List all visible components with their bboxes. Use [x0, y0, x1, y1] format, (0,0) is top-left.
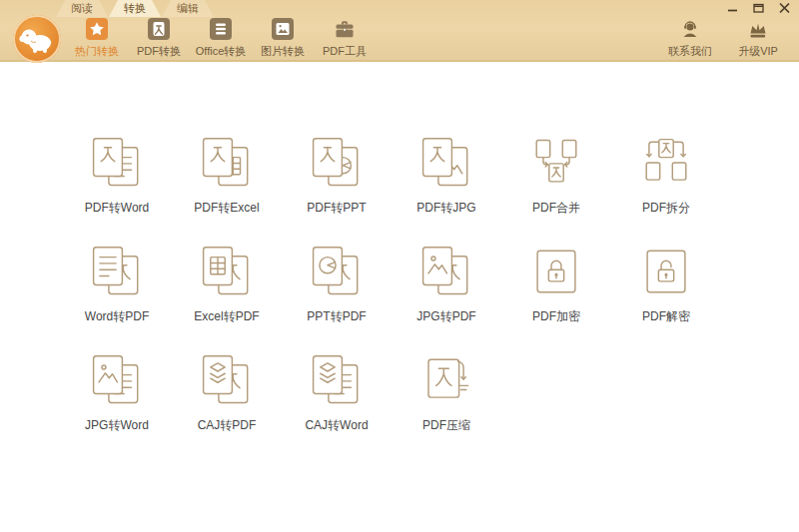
contact-us-button[interactable]: 联系我们	[661, 18, 719, 59]
feature-label: Word转PDF	[62, 308, 172, 325]
feature-pdf-decrypt[interactable]: PDF解密	[611, 245, 721, 325]
close-button[interactable]	[778, 2, 791, 14]
toolbar-item-label: 热门转换	[66, 44, 128, 59]
maximize-icon	[752, 2, 765, 14]
tab-label: 阅读	[71, 2, 93, 14]
pdf-encrypt-icon	[529, 245, 583, 298]
toolbar-item-label: PDF转换	[128, 44, 190, 59]
feature-pdf-to-ppt[interactable]: PDF转PPT	[282, 136, 392, 217]
minimize-icon	[726, 2, 739, 14]
feature-grid: PDF转WordPDF转ExcelPDF转PPTPDF转JPGPDF合并PDF拆…	[0, 62, 737, 462]
toolbar-hot-convert[interactable]: 热门转换	[66, 18, 128, 59]
close-icon	[778, 2, 791, 14]
briefcase-icon	[334, 18, 356, 40]
feature-label: PDF加密	[501, 308, 611, 325]
excel-to-pdf-icon	[200, 245, 254, 298]
feature-pdf-split[interactable]: PDF拆分	[611, 136, 721, 217]
jpg-to-pdf-icon	[419, 245, 473, 298]
feature-label: PDF转Word	[62, 200, 172, 217]
caj-to-pdf-icon	[200, 353, 254, 407]
app-header: 阅读转换编辑 热门转换PDF转换Office转换图片转换PDF工具 联系我们升级…	[0, 0, 799, 62]
mode-tabs: 阅读转换编辑	[56, 0, 215, 17]
feature-label: PDF合并	[501, 200, 611, 217]
feature-pdf-to-jpg[interactable]: PDF转JPG	[392, 136, 501, 217]
feature-label: PDF解密	[611, 308, 721, 325]
feature-caj-to-pdf[interactable]: CAJ转PDF	[172, 353, 282, 434]
feature-pdf-compress[interactable]: PDF压缩	[392, 353, 501, 434]
tab-convert[interactable]: 转换	[109, 0, 161, 17]
feature-pdf-encrypt[interactable]: PDF加密	[501, 245, 611, 325]
pdf-compress-icon	[419, 353, 473, 407]
feature-jpg-to-word[interactable]: JPG转Word	[62, 353, 172, 434]
feature-label: PDF转PPT	[282, 200, 392, 217]
upgrade-vip-button[interactable]: 升级VIP	[729, 18, 787, 59]
feature-jpg-to-pdf[interactable]: JPG转PDF	[392, 245, 501, 325]
toolbar-item-label: 图片转换	[252, 44, 314, 59]
toolbar-pdf-convert[interactable]: PDF转换	[128, 18, 190, 59]
caj-to-word-icon	[310, 353, 364, 407]
header-action-label: 联系我们	[661, 44, 719, 59]
ppt-to-pdf-icon	[310, 245, 364, 298]
pdf-file-icon	[148, 18, 170, 40]
feature-pdf-to-excel[interactable]: PDF转Excel	[172, 136, 282, 217]
toolbar-item-label: Office转换	[190, 44, 252, 59]
word-to-pdf-icon	[90, 245, 144, 298]
header-right-actions: 联系我们升级VIP	[661, 18, 787, 59]
feature-label: PDF转Excel	[172, 200, 282, 217]
feature-pdf-to-word[interactable]: PDF转Word	[62, 136, 172, 217]
toolbar-office-convert[interactable]: Office转换	[190, 18, 252, 59]
pdf-to-excel-icon	[200, 136, 254, 190]
image-file-icon	[272, 18, 294, 40]
feature-label: JPG转Word	[62, 417, 172, 434]
header-action-label: 升级VIP	[729, 44, 787, 59]
toolbar-image-convert[interactable]: 图片转换	[252, 18, 314, 59]
headset-person-icon	[679, 18, 701, 40]
feature-caj-to-word[interactable]: CAJ转Word	[282, 353, 392, 434]
tab-read[interactable]: 阅读	[56, 0, 108, 17]
category-toolbar: 热门转换PDF转换Office转换图片转换PDF工具	[66, 18, 376, 59]
toolbar-pdf-tools[interactable]: PDF工具	[314, 18, 376, 59]
feature-label: CAJ转Word	[282, 417, 392, 434]
pdf-to-ppt-icon	[310, 136, 364, 190]
app-logo-elephant-icon	[12, 14, 62, 64]
pdf-split-icon	[639, 136, 693, 190]
pdf-to-word-icon	[90, 136, 144, 190]
tab-edit[interactable]: 编辑	[162, 0, 214, 17]
tab-label: 编辑	[177, 2, 199, 14]
toolbar-item-label: PDF工具	[314, 44, 376, 59]
feature-label: JPG转PDF	[392, 308, 501, 325]
feature-excel-to-pdf[interactable]: Excel转PDF	[172, 245, 282, 325]
feature-label: PPT转PDF	[282, 308, 392, 325]
feature-label: CAJ转PDF	[172, 417, 282, 434]
tab-label: 转换	[124, 2, 146, 14]
window-controls	[726, 2, 791, 14]
feature-label: Excel转PDF	[172, 308, 282, 325]
crown-icon	[747, 18, 769, 40]
feature-word-to-pdf[interactable]: Word转PDF	[62, 245, 172, 325]
feature-pdf-merge[interactable]: PDF合并	[501, 136, 611, 217]
feature-label: PDF压缩	[392, 417, 501, 434]
feature-ppt-to-pdf[interactable]: PPT转PDF	[282, 245, 392, 325]
minimize-button[interactable]	[726, 2, 739, 14]
feature-label: PDF拆分	[611, 200, 721, 217]
office-doc-icon	[210, 18, 232, 40]
pdf-decrypt-icon	[639, 245, 693, 298]
pdf-to-jpg-icon	[419, 136, 473, 190]
star-icon	[86, 18, 108, 40]
pdf-merge-icon	[529, 136, 583, 190]
jpg-to-word-icon	[90, 353, 144, 407]
maximize-button[interactable]	[752, 2, 765, 14]
feature-label: PDF转JPG	[392, 200, 501, 217]
